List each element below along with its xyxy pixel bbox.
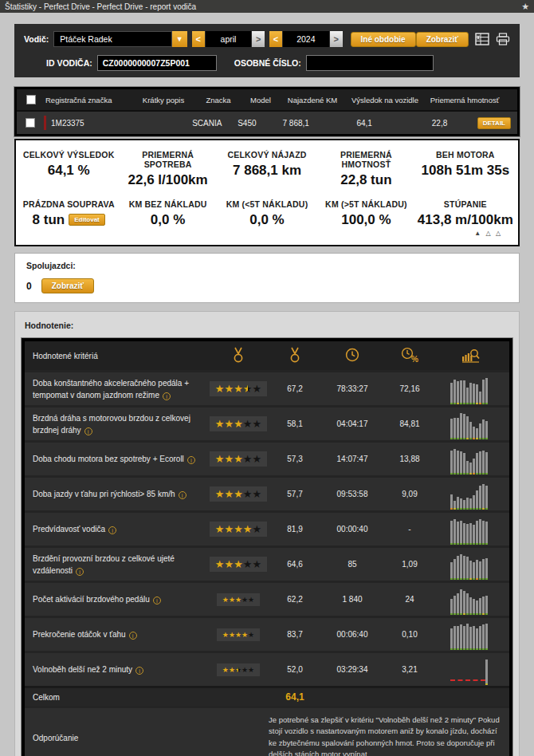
star-full-icon: ★ (241, 631, 248, 639)
stat-cell: BEH MOTORA108h 51m 35s (416, 150, 515, 188)
recommendation-row: Odporúčanie Je potrebné sa zlepšiť v kri… (25, 706, 509, 756)
year-next-button[interactable]: > (330, 31, 343, 47)
month-prev-button[interactable]: < (192, 31, 205, 47)
info-icon[interactable]: i (108, 526, 116, 534)
print-icon[interactable] (496, 33, 510, 45)
detail-button[interactable]: DETAIL (477, 117, 511, 129)
year-field[interactable]: 2024 (283, 31, 329, 47)
info-icon[interactable]: i (129, 632, 137, 640)
chart-bar (485, 624, 488, 650)
chart-bar (476, 628, 478, 650)
chart-bar (466, 593, 469, 615)
star-rating: ★★★★★ (210, 522, 267, 537)
score-cell: 81,9 (272, 525, 318, 534)
percent-cell: 24 (387, 595, 433, 604)
summary-row-2: PRÁZDNA SOUPRAVA8 tunEditovatKM BEZ NÁKL… (19, 199, 515, 237)
chart-bar (485, 660, 488, 685)
rating-row: Brzdění provozní brzdou z celkové ujeté … (25, 545, 509, 581)
chart-bar (454, 418, 456, 439)
chart-bar (476, 521, 478, 545)
month-next-button[interactable]: > (252, 31, 265, 47)
chart-bar (479, 392, 481, 404)
rating-row: Prekročenie otáčok v ťahui★★★★★83,700:06… (25, 616, 509, 651)
chart-bar (463, 626, 465, 650)
star-full-icon: ★ (234, 418, 243, 430)
criteria-name: Predvídavosť vodiča (33, 525, 105, 534)
chart-bar (466, 624, 469, 650)
chart-bar (482, 380, 485, 404)
stat-value: 7 868,1 km (219, 163, 315, 179)
chart-bar (454, 626, 456, 650)
stars-cell: ★★★★★ (205, 486, 272, 502)
star-empty-icon: ★ (252, 488, 261, 500)
chart-cell (433, 374, 509, 404)
excel-export-icon[interactable] (475, 33, 489, 45)
criteria-name: Doba jazdy v ťahu pri rýchlosti> 85 km/h (33, 490, 175, 498)
stat-cell: KM BEZ NÁKLADU0,0 % (118, 199, 217, 237)
stat-cell: CELKOVÝ VÝSLEDOK64,1 % (19, 150, 118, 188)
chart-bar (454, 449, 456, 474)
clock-percent-icon: % (401, 356, 419, 364)
page-title: Štatistiky - Perfect Drive - Perfect Dri… (5, 2, 196, 11)
total-label: Celkom (25, 688, 205, 707)
stars-cell: ★★★★★ (205, 628, 272, 641)
vehicle-result-cell: 64,1 (327, 119, 402, 128)
month-field[interactable]: april (206, 31, 252, 47)
chart-bar (460, 624, 462, 650)
chart-cell (433, 549, 509, 580)
favorite-star-icon[interactable]: ★ (521, 2, 529, 11)
star-rating: ★★★★★ (217, 593, 260, 606)
info-icon[interactable]: i (76, 568, 84, 576)
passengers-show-button[interactable]: Zobraziť (41, 278, 94, 293)
info-icon[interactable]: i (153, 597, 161, 604)
chart-bar (479, 561, 481, 580)
chevron-down-icon[interactable]: ▼ (172, 31, 187, 47)
chart-bar (485, 522, 488, 545)
info-icon[interactable]: i (179, 491, 187, 499)
stat-cell: CELKOVÝ NÁJAZD7 868,1 km (218, 150, 316, 188)
time-cell: 04:04:17 (318, 419, 387, 428)
chart-cell (433, 655, 509, 685)
star-empty-icon: ★ (243, 418, 253, 430)
info-icon[interactable]: i (187, 456, 195, 464)
recommendation-label: Odporúčanie (25, 708, 264, 756)
chart-bar (454, 380, 456, 404)
header-icon-cell (272, 347, 318, 365)
select-all-checkbox[interactable] (26, 95, 36, 104)
chart-bar (482, 419, 485, 439)
stat-label: KM (>5T NÁKLADU) (318, 199, 414, 209)
rating-row: Počet aktivácií brzdového pedálui★★★★★62… (25, 581, 509, 616)
percent-cell: - (387, 525, 433, 534)
time-cell: 00:06:40 (318, 630, 387, 639)
year-prev-button[interactable]: < (269, 31, 282, 47)
criteria-name: Brzdná dráha s motorovou brzdou z celkov… (33, 414, 190, 435)
driver-select[interactable]: Ptáček Radek (53, 31, 171, 47)
rating-row: Doba jazdy v ťahu pri rýchlosti> 85 km/h… (25, 475, 509, 510)
gradient-icons: ▲ △ △ (418, 230, 513, 237)
percent-cell: 72,16 (387, 384, 433, 393)
info-icon[interactable]: i (163, 392, 171, 400)
show-button[interactable]: Zobraziť (416, 32, 469, 47)
row-checkbox[interactable] (26, 118, 35, 128)
chart-bar (454, 559, 456, 580)
chart-bar (450, 562, 453, 580)
star-empty-icon: ★ (248, 596, 254, 604)
vehicle-plate-cell: 1M23375 (44, 116, 125, 130)
recommendation-text: Je potrebné sa zlepšiť v kritériu "Volno… (264, 708, 509, 756)
stat-value: 22,8 tun (318, 172, 414, 188)
chart-bar (469, 463, 472, 474)
other-period-button[interactable]: Iné obdobie (351, 32, 416, 47)
chart-bar (473, 599, 475, 615)
info-icon[interactable]: i (135, 667, 143, 675)
star-full-icon: ★ (215, 523, 225, 535)
chart-bar (473, 525, 475, 545)
time-cell: 85 (318, 560, 387, 569)
vehicle-column-header: Priemerná hmotnosť (425, 96, 505, 104)
info-icon[interactable]: i (84, 427, 92, 435)
vehicle-table-header: Registračná značkaKrátky popisZnackaMode… (17, 89, 517, 110)
edit-button[interactable]: Editovat (69, 214, 105, 226)
driver-id-label: ID VODIČA: (46, 58, 92, 68)
header-icon-cell (318, 348, 387, 364)
star-empty-icon: ★ (252, 523, 261, 535)
chart-bar (463, 453, 465, 474)
